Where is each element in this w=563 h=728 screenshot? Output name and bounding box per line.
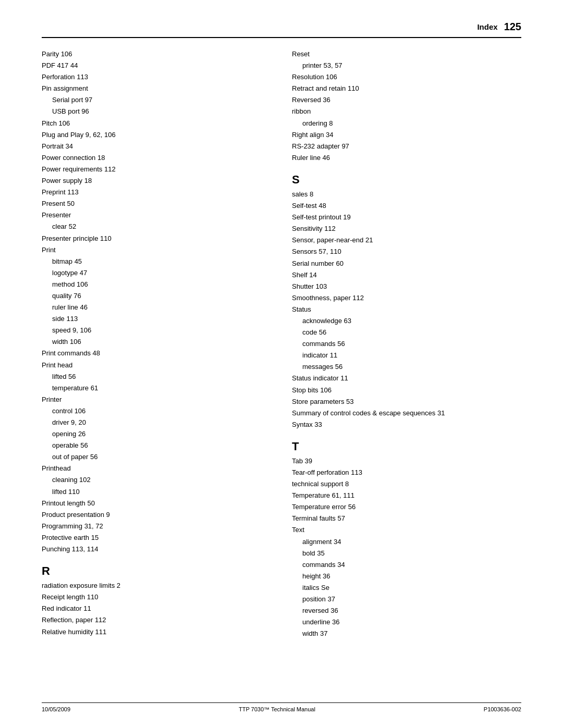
list-item: lifted 56	[42, 371, 271, 382]
list-item: Plug and Play 9, 62, 106	[42, 129, 271, 141]
list-item: Programming 31, 72	[42, 521, 271, 532]
list-item: speed 9, 106	[42, 325, 271, 336]
list-item: Printer	[42, 394, 271, 405]
list-item: RS-232 adapter 97	[292, 141, 521, 152]
list-item: Relative humidity 111	[42, 626, 271, 638]
list-item: Punching 113, 114	[42, 544, 271, 555]
list-item: ribbon	[292, 106, 521, 117]
t-section: T Tab 39 Tear-off perforation 113 techni…	[292, 440, 521, 640]
main-content: Parity 106 PDF 417 44 Perforation 113 Pi…	[42, 48, 521, 639]
list-item: ruler line 46	[42, 302, 271, 313]
r-section: R radiation exposure limits 2 Receipt le…	[42, 564, 271, 637]
list-item: lifted 110	[42, 486, 271, 498]
list-item: alignment 34	[292, 536, 521, 548]
list-item: operable 56	[42, 440, 271, 451]
list-item: Self-test 48	[292, 200, 521, 212]
list-item: italics Se	[292, 582, 521, 594]
list-item: Presenter principle 110	[42, 233, 271, 244]
list-item: radiation exposure limits 2	[42, 580, 271, 591]
list-item: Summary of control codes & escape sequen…	[292, 408, 521, 419]
list-item: Power supply 18	[42, 175, 271, 187]
list-item: Sensor, paper-near-end 21	[292, 235, 521, 246]
list-item: commands 34	[292, 559, 521, 571]
list-item: sales 8	[292, 189, 521, 200]
page: Index 125 Parity 106 PDF 417 44 Perforat…	[0, 0, 563, 728]
page-header: Index 125	[42, 21, 521, 38]
list-item: Pitch 106	[42, 118, 271, 129]
list-item: out of paper 56	[42, 451, 271, 463]
footer-title: TTP 7030™ Technical Manual	[239, 706, 315, 712]
list-item: Present 50	[42, 198, 271, 209]
list-item: Product presentation 9	[42, 509, 271, 521]
list-item: Resolution 106	[292, 71, 521, 83]
list-item: Power requirements 112	[42, 164, 271, 175]
list-item: technical support 8	[292, 478, 521, 490]
list-item: Shutter 103	[292, 281, 521, 292]
list-item: width 106	[42, 336, 271, 348]
list-item: PDF 417 44	[42, 60, 271, 71]
list-item: ordering 8	[292, 118, 521, 129]
p-section: Parity 106 PDF 417 44 Perforation 113 Pi…	[42, 48, 271, 555]
list-item: Print head	[42, 360, 271, 371]
list-item: indicator 11	[292, 350, 521, 361]
list-item: Temperature 61, 111	[292, 490, 521, 501]
list-item: acknowledge 63	[292, 315, 521, 327]
list-item: Retract and retain 110	[292, 83, 521, 94]
list-item: Presenter	[42, 209, 271, 221]
section-letter-t: T	[292, 440, 521, 453]
list-item: Printhead	[42, 463, 271, 474]
list-item: Print commands 48	[42, 348, 271, 359]
list-item: Serial number 60	[292, 258, 521, 269]
list-item: bold 35	[292, 548, 521, 559]
list-item: Serial port 97	[42, 94, 271, 106]
list-item: messages 56	[292, 361, 521, 373]
list-item: control 106	[42, 405, 271, 417]
list-item: temperature 61	[42, 382, 271, 394]
list-item: Print	[42, 244, 271, 256]
list-item: width 37	[292, 628, 521, 639]
list-item: underline 36	[292, 616, 521, 628]
list-item: Sensors 57, 110	[292, 246, 521, 257]
list-item: Stop bits 106	[292, 385, 521, 396]
list-item: Status indicator 11	[292, 373, 521, 384]
index-label: Index	[477, 22, 497, 31]
list-item: Ruler line 46	[292, 152, 521, 164]
list-item: driver 9, 20	[42, 417, 271, 428]
page-footer: 10/05/2009 TTP 7030™ Technical Manual P1…	[42, 702, 521, 712]
list-item: Text	[292, 524, 521, 536]
left-column: Parity 106 PDF 417 44 Perforation 113 Pi…	[42, 48, 271, 639]
list-item: Temperature error 56	[292, 501, 521, 513]
list-item: Receipt length 110	[42, 591, 271, 603]
list-item: side 113	[42, 313, 271, 325]
section-letter-s: S	[292, 173, 521, 187]
list-item: Parity 106	[42, 48, 271, 60]
list-item: Right align 34	[292, 129, 521, 141]
list-item: Red indicator 11	[42, 603, 271, 614]
list-item: position 37	[292, 594, 521, 605]
list-item: code 56	[292, 327, 521, 338]
list-item: Store parameters 53	[292, 396, 521, 408]
list-item: Shelf 14	[292, 269, 521, 281]
list-item: USB port 96	[42, 106, 271, 117]
list-item: Tear-off perforation 113	[292, 467, 521, 478]
list-item: Power connection 18	[42, 152, 271, 164]
list-item: logotype 47	[42, 267, 271, 279]
list-item: Printout length 50	[42, 498, 271, 509]
list-item: clear 52	[42, 221, 271, 232]
list-item: opening 26	[42, 428, 271, 440]
list-item: Reset	[292, 48, 521, 60]
list-item: printer 53, 57	[292, 60, 521, 71]
list-item: Reflection, paper 112	[42, 614, 271, 626]
page-number: 125	[504, 21, 521, 33]
list-item: Pin assignment	[42, 83, 271, 94]
list-item: Perforation 113	[42, 71, 271, 83]
list-item: quality 76	[42, 290, 271, 302]
list-item: Syntax 33	[292, 419, 521, 430]
list-item: height 36	[292, 571, 521, 582]
footer-date: 10/05/2009	[42, 706, 70, 712]
list-item: cleaning 102	[42, 474, 271, 486]
list-item: Tab 39	[292, 455, 521, 467]
right-column: Reset printer 53, 57 Resolution 106 Retr…	[292, 48, 521, 639]
list-item: Portrait 34	[42, 141, 271, 152]
list-item: Self-test printout 19	[292, 212, 521, 223]
